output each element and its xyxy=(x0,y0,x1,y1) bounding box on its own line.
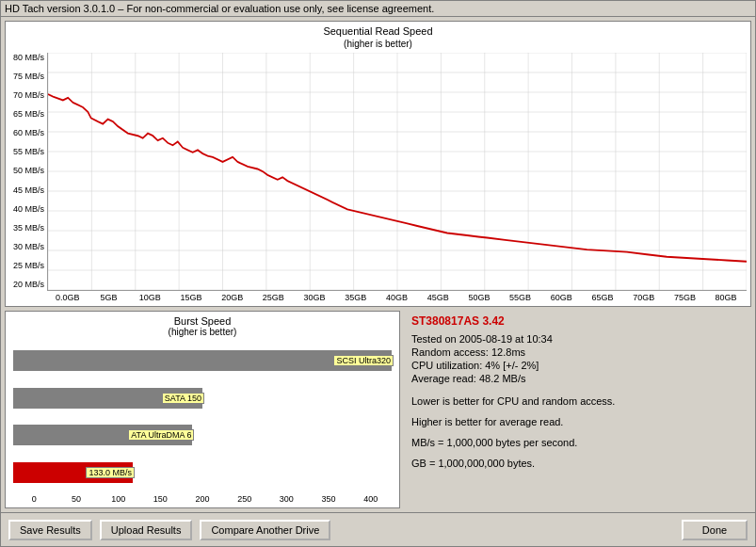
info-note-2: MB/s = 1,000,000 bytes per second. xyxy=(411,437,744,448)
y-axis-label: 20 MB/s xyxy=(9,280,44,289)
burst-x-axis: 050100150200250300350400 xyxy=(9,494,395,504)
burst-x-tick: 350 xyxy=(308,494,350,504)
seq-chart-container: Sequential Read Speed (higher is better)… xyxy=(5,21,751,307)
y-axis-label: 75 MB/s xyxy=(9,72,44,81)
y-axis-label: 70 MB/s xyxy=(9,90,44,100)
burst-chart-title: Burst Speed xyxy=(9,315,395,327)
status-left: Save Results Upload Results Compare Anot… xyxy=(8,520,330,540)
info-note-1: Higher is better for average read. xyxy=(411,416,744,427)
burst-chart-subtitle: (higher is better) xyxy=(9,327,395,337)
burst-x-tick: 150 xyxy=(139,494,182,504)
burst-bar: ATA UltraDMA 6 xyxy=(13,425,192,445)
x-axis-label: 25GB xyxy=(253,293,295,302)
info-line-3: Average read: 48.2 MB/s xyxy=(411,373,744,384)
y-axis-label: 60 MB/s xyxy=(9,128,44,137)
info-line-1: Random access: 12.8ms xyxy=(411,346,744,358)
burst-bar: 133.0 MB/s xyxy=(13,462,133,483)
x-axis-label: 0.0GB xyxy=(47,293,88,302)
y-axis-label: 55 MB/s xyxy=(9,147,44,156)
status-bar: Save Results Upload Results Compare Anot… xyxy=(1,512,755,546)
y-axis-label: 65 MB/s xyxy=(9,109,44,119)
burst-x-tick: 250 xyxy=(223,494,265,504)
x-axis-label: 75GB xyxy=(665,293,706,302)
burst-x-tick: 0 xyxy=(13,494,56,504)
burst-x-tick: 300 xyxy=(265,494,308,504)
x-axis-label: 80GB xyxy=(705,293,747,302)
info-panel: ST380817AS 3.42 Tested on 2005-08-19 at … xyxy=(404,311,751,508)
x-axis-label: 45GB xyxy=(417,293,458,302)
burst-x-tick: 400 xyxy=(349,494,392,504)
x-axis-label: 30GB xyxy=(294,293,335,302)
y-axis-label: 40 MB/s xyxy=(9,204,44,214)
x-axis-label: 55GB xyxy=(500,293,541,302)
burst-bar-label: 133.0 MB/s xyxy=(86,467,135,478)
burst-bar-label: SATA 150 xyxy=(162,393,204,404)
burst-bar-row: ATA UltraDMA 6 xyxy=(13,421,392,449)
seq-chart-area: 80 MB/s75 MB/s70 MB/s65 MB/s60 MB/s55 MB… xyxy=(9,53,747,302)
burst-bar-row: SCSI Ultra320 xyxy=(13,346,392,375)
burst-bar: SATA 150 xyxy=(13,388,202,409)
burst-bar-row: 133.0 MB/s xyxy=(13,459,392,487)
y-axis: 80 MB/s75 MB/s70 MB/s65 MB/s60 MB/s55 MB… xyxy=(9,53,47,302)
x-axis-label: 50GB xyxy=(458,293,500,302)
x-axis-label: 65GB xyxy=(582,293,623,302)
burst-x-tick: 50 xyxy=(56,494,98,504)
x-axis-label: 40GB xyxy=(377,293,418,302)
info-line-2: CPU utilization: 4% [+/- 2%] xyxy=(411,360,744,371)
done-button[interactable]: Done xyxy=(682,520,748,540)
y-axis-label: 30 MB/s xyxy=(9,242,44,251)
seq-plot-svg xyxy=(48,53,747,290)
chart-plot xyxy=(47,53,747,291)
bottom-section: Burst Speed (higher is better) SCSI Ultr… xyxy=(5,311,751,508)
main-window: HD Tach version 3.0.1.0 – For non-commer… xyxy=(0,0,756,547)
info-note-0: Lower is better for CPU and random acces… xyxy=(411,395,744,407)
burst-x-tick: 100 xyxy=(97,494,139,504)
save-button[interactable]: Save Results xyxy=(8,520,92,540)
burst-x-tick: 200 xyxy=(182,494,224,504)
drive-name: ST380817AS 3.42 xyxy=(411,314,744,328)
y-axis-label: 80 MB/s xyxy=(9,53,44,62)
y-axis-label: 50 MB/s xyxy=(9,166,44,175)
main-content: Sequential Read Speed (higher is better)… xyxy=(1,17,755,512)
y-axis-label: 25 MB/s xyxy=(9,261,44,270)
x-axis-label: 20GB xyxy=(212,293,253,302)
upload-button[interactable]: Upload Results xyxy=(100,520,193,540)
burst-bar: SCSI Ultra320 xyxy=(13,350,392,371)
title-bar: HD Tach version 3.0.1.0 – For non-commer… xyxy=(1,1,755,17)
burst-bar-row: SATA 150 xyxy=(13,384,392,412)
x-axis-label: 60GB xyxy=(540,293,582,302)
x-axis-label: 70GB xyxy=(623,293,665,302)
x-axis-label: 10GB xyxy=(129,293,170,302)
info-line-0: Tested on 2005-08-19 at 10:34 xyxy=(411,333,744,345)
x-axis: 0.0GB5GB10GB15GB20GB25GB30GB35GB40GB45GB… xyxy=(47,291,747,302)
info-note-3: GB = 1,000,000,000 bytes. xyxy=(411,458,744,469)
seq-chart-title: Sequential Read Speed xyxy=(9,25,747,37)
y-axis-label: 35 MB/s xyxy=(9,223,44,233)
seq-chart-subtitle: (higher is better) xyxy=(9,39,747,49)
x-axis-label: 15GB xyxy=(170,293,212,302)
burst-bar-label: SCSI Ultra320 xyxy=(333,355,394,366)
burst-chart-area: SCSI Ultra320SATA 150ATA UltraDMA 6133.0… xyxy=(9,343,395,492)
title-text: HD Tach version 3.0.1.0 – For non-commer… xyxy=(5,3,434,14)
x-axis-label: 35GB xyxy=(335,293,377,302)
burst-chart-container: Burst Speed (higher is better) SCSI Ultr… xyxy=(5,311,400,508)
compare-button[interactable]: Compare Another Drive xyxy=(200,520,330,540)
burst-bar-label: ATA UltraDMA 6 xyxy=(128,429,194,441)
chart-with-xaxis: 0.0GB5GB10GB15GB20GB25GB30GB35GB40GB45GB… xyxy=(47,53,747,302)
y-axis-label: 45 MB/s xyxy=(9,185,44,195)
x-axis-label: 5GB xyxy=(88,293,130,302)
